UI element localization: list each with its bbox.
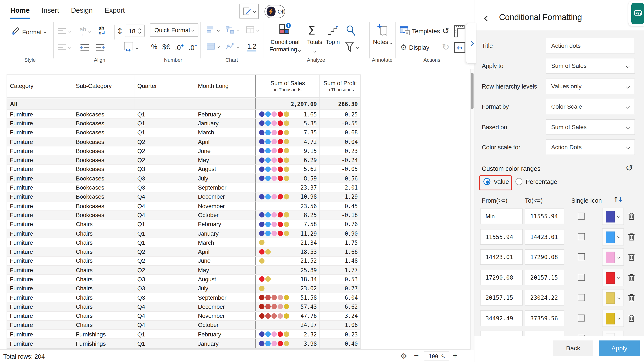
- range-to-input[interactable]: 20157.15: [525, 269, 564, 285]
- table-row[interactable]: FurnitureChairsQ1January11.290.90: [7, 229, 360, 238]
- currency-format-button[interactable]: $€: [162, 43, 170, 52]
- table-row[interactable]: FurnitureFurnishingsQ1January3.980.40: [7, 339, 360, 348]
- color-swatch-dropdown[interactable]: [602, 269, 624, 286]
- text-direction-button[interactable]: ab→: [80, 27, 90, 37]
- wrap-text-button[interactable]: ab c↲: [98, 26, 106, 36]
- scrollbar-thumb[interactable]: [471, 73, 474, 109]
- trash-icon[interactable]: [628, 314, 635, 322]
- value-radio[interactable]: Value: [483, 178, 509, 185]
- line-chart-button[interactable]: [225, 42, 239, 51]
- color-swatch-dropdown[interactable]: [602, 248, 624, 266]
- column-header[interactable]: Category: [7, 75, 73, 97]
- zoom-in-button[interactable]: +: [452, 351, 458, 360]
- range-from-input[interactable]: 14423.01: [480, 249, 523, 265]
- color-swatch-dropdown[interactable]: [602, 228, 624, 245]
- column-header-profit[interactable]: Sum of Profit in Thousands: [320, 75, 360, 97]
- trash-icon[interactable]: [628, 233, 635, 241]
- single-icon-checkbox[interactable]: [578, 294, 585, 301]
- table-row[interactable]: FurnitureChairsQ1February7.580.76: [7, 220, 360, 229]
- field-dropdown[interactable]: Action Dots: [546, 139, 635, 155]
- table-row[interactable]: FurnitureChairsQ2June21.521.48: [7, 257, 360, 266]
- app-corner-tab[interactable]: [628, 1, 644, 26]
- table-row[interactable]: FurnitureBookcasesQ1March7.35-0.68: [7, 128, 360, 137]
- table-row[interactable]: FurnitureBookcasesQ1February1.650.25: [7, 110, 360, 119]
- range-to-input[interactable]: 17290.08: [525, 249, 564, 265]
- range-to-input[interactable]: 14423.01: [525, 229, 564, 245]
- table-row[interactable]: FurnitureBookcasesQ3August5.62-0.05: [7, 165, 360, 174]
- zoom-out-button[interactable]: −: [414, 351, 419, 360]
- table-row[interactable]: FurnitureBookcasesQ3September23.37-2.01: [7, 183, 360, 192]
- sort-icon[interactable]: ↑↓: [613, 196, 623, 204]
- table-row[interactable]: FurnitureChairsQ2May25.891.77: [7, 266, 360, 275]
- single-icon-checkbox[interactable]: [578, 274, 585, 281]
- search-button[interactable]: [345, 25, 356, 39]
- vertical-scrollbar[interactable]: [470, 69, 474, 350]
- table-row[interactable]: FurnitureBookcasesQ1January5.35-0.55: [7, 119, 360, 128]
- tab-home[interactable]: Home: [10, 5, 30, 19]
- table-visual-button[interactable]: [206, 42, 219, 51]
- decrease-indent-button[interactable]: [80, 44, 90, 52]
- bar-chart-button[interactable]: [206, 26, 219, 35]
- table-row[interactable]: FurnitureChairsQ1March21.341.75: [7, 238, 360, 247]
- column-header-sales[interactable]: Sum of Sales in Thousands: [256, 75, 320, 97]
- range-to-input[interactable]: 11555.94: [525, 209, 564, 224]
- reset-icon[interactable]: ↺: [626, 163, 633, 173]
- table-row[interactable]: FurnitureBookcasesQ4November23.560.45: [7, 201, 360, 211]
- undo-button[interactable]: ↺: [442, 26, 450, 36]
- back-chevron-icon[interactable]: [484, 16, 490, 22]
- range-from-input[interactable]: Min: [480, 209, 523, 224]
- edit-mode-button[interactable]: [239, 4, 258, 19]
- hierarchy-chart-button[interactable]: [225, 26, 239, 35]
- templates-button[interactable]: Templates: [400, 27, 440, 36]
- trash-icon[interactable]: [628, 294, 635, 302]
- table-row[interactable]: FurnitureChairsQ3July23.020.77: [7, 284, 360, 293]
- table-row[interactable]: FurnitureChairsQ3August18.340.53: [7, 275, 360, 284]
- layout-button[interactable]: [246, 26, 259, 35]
- grand-total-row[interactable]: All 2,297.09 286.39: [7, 98, 360, 110]
- apply-button[interactable]: Apply: [599, 340, 640, 356]
- table-row[interactable]: FurnitureBookcasesQ2May6.29-0.24: [7, 155, 360, 165]
- vertical-align-button[interactable]: [58, 27, 70, 35]
- color-swatch-dropdown[interactable]: [602, 330, 624, 336]
- quick-format-dropdown[interactable]: Quick Format: [150, 24, 198, 37]
- ruler-button[interactable]: [454, 25, 465, 40]
- ribbon-expand-flap[interactable]: [466, 23, 476, 64]
- single-icon-checkbox[interactable]: [578, 253, 585, 260]
- totals-button[interactable]: Σ: [308, 24, 315, 37]
- tab-export[interactable]: Export: [104, 5, 126, 19]
- top-n-button[interactable]: [327, 25, 339, 37]
- table-row[interactable]: FurnitureChairsQ4December57.436.62: [7, 302, 360, 311]
- percent-format-button[interactable]: %: [151, 43, 157, 52]
- range-from-input[interactable]: 17290.08: [480, 269, 523, 285]
- field-dropdown[interactable]: Sum of Sales: [546, 58, 635, 74]
- settings-gear-icon[interactable]: ⚙: [400, 352, 407, 360]
- font-size-spinner[interactable]: 18: [125, 25, 144, 37]
- increase-indent-button[interactable]: [95, 44, 105, 52]
- table-row[interactable]: FurnitureChairsQ4November47.763.24: [7, 311, 360, 321]
- column-header[interactable]: Month Long: [195, 75, 256, 97]
- tab-insert[interactable]: Insert: [41, 5, 60, 19]
- display-button[interactable]: ⚙ Display: [400, 43, 429, 52]
- zoom-level-input[interactable]: 100 %: [424, 352, 450, 361]
- single-icon-checkbox[interactable]: [578, 213, 585, 220]
- color-swatch-dropdown[interactable]: [602, 309, 624, 327]
- title-input[interactable]: Action dots: [546, 38, 635, 54]
- trash-icon[interactable]: [628, 212, 635, 220]
- range-from-input[interactable]: [480, 330, 523, 336]
- filter-button[interactable]: [345, 42, 358, 53]
- percentage-radio[interactable]: Percentage: [516, 178, 557, 185]
- range-to-input[interactable]: [525, 330, 564, 336]
- range-from-input[interactable]: 34492.49: [480, 310, 523, 326]
- increase-decimal-button[interactable]: .0+: [175, 43, 184, 52]
- range-to-input[interactable]: 23024.22: [525, 290, 564, 306]
- decrease-decimal-button[interactable]: .0−: [189, 43, 197, 52]
- table-row[interactable]: FurnitureFurnishingsQ1February2.320.23: [7, 330, 360, 339]
- table-row[interactable]: FurnitureBookcasesQ4December10.98-1.29: [7, 192, 360, 201]
- column-header[interactable]: Quarter: [134, 75, 195, 97]
- horizontal-align-button[interactable]: [58, 44, 70, 51]
- single-icon-checkbox[interactable]: [578, 314, 585, 321]
- field-dropdown[interactable]: Values only: [546, 79, 635, 94]
- back-button[interactable]: Back: [553, 340, 593, 356]
- flash-toggle[interactable]: Off: [264, 5, 285, 18]
- field-dropdown[interactable]: Color Scale: [546, 99, 635, 114]
